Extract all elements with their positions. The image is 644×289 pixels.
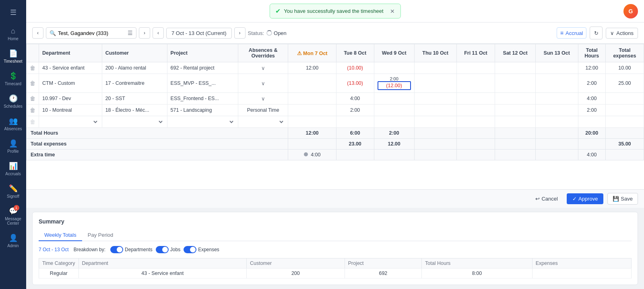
customer-cell[interactable]: 200 - Alamo rental (102, 62, 167, 74)
approve-button[interactable]: ✓ Approve (567, 193, 603, 204)
new-mon7-cell[interactable] (288, 116, 336, 128)
customer-cell[interactable]: 20 - SST (102, 93, 167, 105)
fri11-cell[interactable] (456, 93, 495, 105)
departments-toggle[interactable] (110, 246, 123, 253)
customer-cell[interactable]: 17 - Contremaitre (102, 74, 167, 93)
new-thu10-cell[interactable] (414, 116, 456, 128)
sidebar-item-timecard[interactable]: 💲 Timecard (0, 68, 26, 90)
jobs-toggle[interactable] (156, 246, 169, 253)
sidebar-item-schedules[interactable]: 🕐 Schedules (0, 90, 26, 113)
tue8-cell[interactable]: 4:00 (336, 93, 374, 105)
new-sat12-cell[interactable] (495, 116, 535, 128)
sun13-cell[interactable] (535, 105, 578, 116)
sidebar-item-admin[interactable]: 👤 Admin (0, 230, 26, 252)
sat12-cell[interactable] (495, 74, 535, 93)
sidebar-item-label: Schedules (4, 104, 23, 109)
expenses-toggle[interactable] (184, 246, 196, 253)
date-range-selector[interactable]: 7 Oct - 13 Oct (Current) (166, 28, 232, 39)
wed9-cell[interactable]: 2:00 (12.00) (374, 74, 414, 93)
thu10-cell[interactable] (414, 74, 456, 93)
mon7-cell[interactable] (288, 105, 336, 116)
wed9-highlighted[interactable]: (12.00) (378, 81, 411, 90)
mon7-cell[interactable] (288, 93, 336, 105)
new-project-cell[interactable] (167, 116, 238, 128)
mon7-cell[interactable]: 12:00 (288, 62, 336, 74)
new-customer-select[interactable] (105, 119, 164, 125)
dept-cell[interactable]: 43 - Service enfant (39, 62, 102, 74)
dept-cell[interactable]: 10.997 - Dev (39, 93, 102, 105)
dept-cell[interactable]: 10 - Montreal (39, 105, 102, 116)
thu10-cell[interactable] (414, 93, 456, 105)
wed9-cell[interactable] (374, 105, 414, 116)
filter-icon[interactable]: ☰ (128, 30, 133, 36)
sat12-cell[interactable] (495, 105, 535, 116)
delete-row-button[interactable]: 🗑 (30, 80, 35, 86)
accrual-button[interactable]: ≡ Accrual (557, 27, 587, 39)
new-absences-select[interactable] (242, 119, 285, 125)
delete-new-row-button[interactable]: 🗑 (30, 119, 35, 125)
actions-button[interactable]: ∨ Actions (606, 28, 638, 39)
tue8-cell[interactable]: (13.00) (336, 74, 374, 93)
tue8-cell[interactable]: 2:00 (336, 105, 374, 116)
dept-cell[interactable]: CTM - Custom (39, 74, 102, 93)
sun13-cell[interactable] (535, 62, 578, 74)
wed9-cell[interactable] (374, 62, 414, 74)
absences-cell[interactable]: ∨ (238, 93, 288, 105)
sidebar-item-home[interactable]: ⌂ Home (0, 23, 26, 45)
user-avatar[interactable]: G (623, 4, 638, 18)
new-sun13-cell[interactable] (535, 116, 578, 128)
absences-cell[interactable]: ∨ (238, 74, 288, 93)
sat12-cell[interactable] (495, 93, 535, 105)
prev-week-button[interactable]: ‹ (153, 27, 164, 39)
cancel-button[interactable]: ↩ Cancel (530, 193, 562, 204)
fri11-cell[interactable] (456, 105, 495, 116)
toast-close-button[interactable]: ✕ (390, 8, 395, 14)
new-fri11-cell[interactable] (456, 116, 495, 128)
prev-employee-button[interactable]: ‹ (32, 27, 43, 39)
new-customer-cell[interactable] (102, 116, 167, 128)
sidebar-item-absences[interactable]: 👥 Absences (0, 113, 26, 135)
save-button[interactable]: 💾 Save (607, 193, 638, 205)
tue8-cell[interactable]: (10.00) (336, 62, 374, 74)
absences-cell[interactable]: Personal Time (238, 105, 288, 116)
project-cell[interactable]: ESS_Frontend - ES... (167, 93, 238, 105)
sidebar-item-message-center[interactable]: 💬 1 Message Center (0, 203, 26, 230)
refresh-button[interactable]: ↻ (590, 27, 603, 39)
sun13-cell[interactable] (535, 74, 578, 93)
customer-cell[interactable]: 18 - Électro - Méc... (102, 105, 167, 116)
mon7-cell[interactable] (288, 74, 336, 93)
sun13-cell[interactable] (535, 93, 578, 105)
expand-icon[interactable]: ∨ (261, 96, 265, 102)
thu10-cell[interactable] (414, 105, 456, 116)
fri11-cell[interactable] (456, 62, 495, 74)
next-employee-button[interactable]: › (139, 27, 150, 39)
new-absences-cell[interactable] (238, 116, 288, 128)
new-tue8-cell[interactable] (336, 116, 374, 128)
hamburger-menu[interactable]: ☰ (6, 4, 21, 21)
absences-cell[interactable]: ∨ (238, 62, 288, 74)
thu10-cell[interactable] (414, 62, 456, 74)
tab-weekly-totals[interactable]: Weekly Totals (39, 230, 82, 241)
delete-row-button[interactable]: 🗑 (30, 95, 35, 102)
wed9-cell[interactable] (374, 93, 414, 105)
new-dept-cell[interactable] (39, 116, 102, 128)
fri11-cell[interactable] (456, 74, 495, 93)
delete-row-button[interactable]: 🗑 (30, 65, 35, 71)
new-project-select[interactable] (171, 119, 235, 125)
sidebar-item-timesheet[interactable]: 📄 Timesheet (0, 45, 26, 68)
delete-row-button[interactable]: 🗑 (30, 107, 35, 113)
sidebar-item-accruals[interactable]: 📊 Accruals (0, 158, 26, 180)
project-cell[interactable]: 571 - Landscaping (167, 105, 238, 116)
sidebar-item-profile[interactable]: 👤 Profile (0, 135, 26, 158)
project-cell[interactable]: 692 - Rental project (167, 62, 238, 74)
next-week-button[interactable]: › (234, 27, 246, 39)
employee-search-input[interactable] (58, 30, 126, 36)
expand-icon[interactable]: ∨ (261, 81, 265, 86)
expand-icon[interactable]: ∨ (261, 66, 265, 71)
new-dept-select[interactable] (42, 119, 99, 125)
new-wed9-cell[interactable] (374, 116, 414, 128)
sidebar-item-signoff[interactable]: ✏️ Signoff (0, 180, 26, 203)
tab-pay-period[interactable]: Pay Period (82, 230, 119, 241)
sat12-cell[interactable] (495, 62, 535, 74)
project-cell[interactable]: ESS_MVP - ESS_... (167, 74, 238, 93)
